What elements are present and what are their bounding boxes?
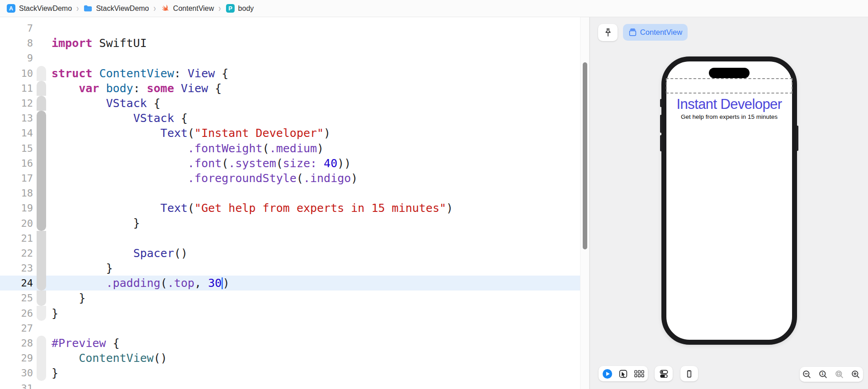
code-text[interactable]: ContentView()	[46, 351, 167, 366]
code-editor[interactable]: 78import SwiftUI910struct ContentView: V…	[0, 17, 580, 389]
code-line[interactable]: 28#Preview {	[0, 336, 580, 351]
code-line[interactable]: 19 Text("Get help from experts in 15 min…	[0, 201, 580, 216]
line-number[interactable]: 29	[0, 352, 33, 364]
pin-preview-button[interactable]	[598, 24, 618, 41]
fold-ribbon[interactable]	[37, 246, 46, 261]
code-text[interactable]: #Preview {	[46, 336, 120, 351]
code-line[interactable]: 26}	[0, 306, 580, 321]
code-text[interactable]: .padding(.top, 30)	[46, 276, 230, 291]
line-number[interactable]: 20	[0, 218, 33, 229]
code-line[interactable]: 22 Spacer()	[0, 246, 580, 261]
code-line[interactable]: 9	[0, 51, 580, 66]
code-line[interactable]: 18	[0, 186, 580, 201]
breadcrumb-item-stackviewdemo[interactable]: StackViewDemo	[83, 4, 149, 13]
code-text[interactable]: }	[46, 261, 113, 276]
line-number[interactable]: 24	[0, 277, 33, 289]
fold-ribbon[interactable]	[37, 111, 46, 126]
breadcrumb-item-contentview[interactable]: ContentView	[160, 4, 214, 13]
line-number[interactable]: 13	[0, 112, 33, 124]
fold-ribbon[interactable]	[37, 321, 46, 336]
fold-ribbon[interactable]	[37, 21, 46, 36]
line-number[interactable]: 18	[0, 187, 33, 199]
fold-ribbon[interactable]	[37, 156, 46, 171]
line-number[interactable]: 11	[0, 83, 33, 94]
line-number[interactable]: 28	[0, 337, 33, 349]
fold-ribbon[interactable]	[37, 96, 46, 111]
pointer-icon[interactable]	[618, 369, 628, 379]
line-number[interactable]: 30	[0, 367, 33, 379]
line-number[interactable]: 27	[0, 323, 33, 334]
fold-ribbon[interactable]	[37, 171, 46, 186]
fold-ribbon[interactable]	[37, 381, 46, 389]
zoom-in-icon[interactable]	[851, 370, 861, 380]
code-line[interactable]: 24 .padding(.top, 30)	[0, 276, 580, 291]
preview-device-picker-button[interactable]	[680, 366, 698, 381]
code-text[interactable]: .font(.system(size: 40))	[46, 156, 351, 171]
fold-ribbon[interactable]	[37, 141, 46, 156]
fold-ribbon[interactable]	[37, 336, 46, 351]
fold-ribbon[interactable]	[37, 366, 46, 380]
fold-ribbon[interactable]	[37, 81, 46, 96]
code-line[interactable]: 7	[0, 21, 580, 36]
fold-ribbon[interactable]	[37, 201, 46, 216]
code-line[interactable]: 30}	[0, 366, 580, 380]
editor-scrollbar-track[interactable]	[580, 17, 589, 389]
code-line[interactable]: 31	[0, 381, 580, 389]
code-line[interactable]: 20 }	[0, 216, 580, 230]
fold-ribbon[interactable]	[37, 216, 46, 230]
fold-ribbon[interactable]	[37, 126, 46, 141]
line-number[interactable]: 16	[0, 158, 33, 169]
fold-ribbon[interactable]	[37, 186, 46, 201]
breadcrumb-item-stackviewdemo[interactable]: AStackViewDemo	[6, 4, 72, 13]
breadcrumb-item-body[interactable]: Pbody	[226, 4, 254, 13]
code-line[interactable]: 16 .font(.system(size: 40))	[0, 156, 580, 171]
fold-ribbon[interactable]	[37, 351, 46, 366]
code-line[interactable]: 23 }	[0, 261, 580, 276]
fold-ribbon[interactable]	[37, 231, 46, 246]
code-line[interactable]: 29 ContentView()	[0, 351, 580, 366]
line-number[interactable]: 19	[0, 202, 33, 214]
code-text[interactable]: struct ContentView: View {	[46, 66, 228, 81]
code-text[interactable]: }	[46, 216, 140, 230]
line-number[interactable]: 25	[0, 292, 33, 304]
line-number[interactable]: 12	[0, 98, 33, 109]
fold-ribbon[interactable]	[37, 36, 46, 51]
fold-ribbon[interactable]	[37, 291, 46, 305]
code-line[interactable]: 8import SwiftUI	[0, 36, 580, 51]
line-number[interactable]: 10	[0, 68, 33, 79]
code-line[interactable]: 12 VStack {	[0, 96, 580, 111]
zoom-out-icon[interactable]	[802, 370, 812, 380]
fold-ribbon[interactable]	[37, 51, 46, 66]
code-line[interactable]: 25 }	[0, 291, 580, 305]
line-number[interactable]: 22	[0, 248, 33, 259]
device-settings-button[interactable]	[655, 366, 673, 381]
play-icon[interactable]	[602, 369, 613, 379]
code-text[interactable]: Text("Instant Developer")	[46, 126, 330, 141]
code-text[interactable]: }	[46, 366, 58, 380]
code-line[interactable]: 21	[0, 231, 580, 246]
line-number[interactable]: 7	[0, 23, 33, 34]
code-text[interactable]: }	[46, 306, 58, 321]
tab-contentview-preview[interactable]: ContentView	[623, 24, 688, 41]
variants-icon[interactable]	[634, 369, 645, 378]
line-number[interactable]: 9	[0, 52, 33, 64]
line-number[interactable]: 21	[0, 233, 33, 244]
line-number[interactable]: 23	[0, 262, 33, 274]
editor-scrollbar-thumb[interactable]	[583, 62, 587, 249]
fold-ribbon[interactable]	[37, 276, 46, 291]
line-number[interactable]: 8	[0, 37, 33, 49]
code-line[interactable]: 11 var body: some View {	[0, 81, 580, 96]
zoom-actual-icon[interactable]: 1	[818, 370, 828, 380]
line-number[interactable]: 17	[0, 173, 33, 184]
code-line[interactable]: 10struct ContentView: View {	[0, 66, 580, 81]
code-line[interactable]: 17 .foregroundStyle(.indigo)	[0, 171, 580, 186]
fold-ribbon[interactable]	[37, 306, 46, 321]
code-line[interactable]: 13 VStack {	[0, 111, 580, 126]
fold-ribbon[interactable]	[37, 261, 46, 276]
code-text[interactable]: var body: some View {	[46, 81, 222, 96]
code-text[interactable]: Spacer()	[46, 246, 188, 261]
code-text[interactable]: }	[46, 291, 85, 305]
fold-ribbon[interactable]	[37, 66, 46, 81]
code-line[interactable]: 14 Text("Instant Developer")	[0, 126, 580, 141]
code-text[interactable]: VStack {	[46, 111, 188, 126]
